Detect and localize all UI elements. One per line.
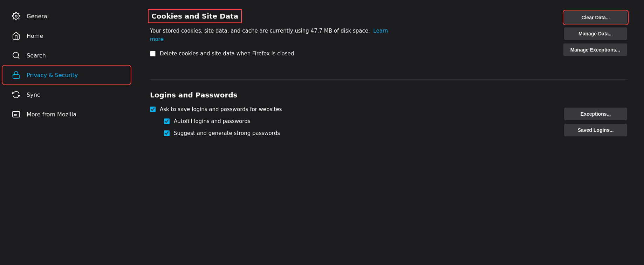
clear-data-button[interactable]: Clear Data... xyxy=(564,11,627,24)
sidebar-item-sync[interactable]: Sync xyxy=(3,86,130,104)
gear-icon xyxy=(11,11,21,21)
manage-data-button[interactable]: Manage Data... xyxy=(564,27,627,40)
main-content: Cookies and Site Data Your stored cookie… xyxy=(133,0,644,265)
sync-icon xyxy=(11,90,21,100)
cookies-section: Cookies and Site Data Your stored cookie… xyxy=(150,11,627,62)
cookies-description-text: Your stored cookies, site data, and cach… xyxy=(150,28,370,34)
sidebar: General Home Search Privacy & Se xyxy=(0,0,133,265)
home-icon xyxy=(11,31,21,41)
section-divider xyxy=(150,79,627,80)
exceptions-button[interactable]: Exceptions... xyxy=(564,108,627,120)
sidebar-item-privacy-security-label: Privacy & Security xyxy=(27,72,78,79)
sidebar-item-privacy-security[interactable]: Privacy & Security xyxy=(3,66,130,84)
svg-line-2 xyxy=(18,57,19,59)
cookies-description: Your stored cookies, site data, and cach… xyxy=(150,27,395,43)
svg-point-1 xyxy=(13,52,19,58)
suggest-label: Suggest and generate strong passwords xyxy=(174,130,280,136)
cookies-section-row: Cookies and Site Data Your stored cookie… xyxy=(150,11,627,62)
autofill-label: Autofill logins and passwords xyxy=(174,118,251,124)
sidebar-item-search-label: Search xyxy=(27,52,46,59)
suggest-row: Suggest and generate strong passwords xyxy=(164,130,546,136)
sidebar-item-general-label: General xyxy=(27,13,49,20)
svg-rect-3 xyxy=(13,75,19,79)
logins-section-row: Logins and Passwords Ask to save logins … xyxy=(150,91,627,142)
lock-icon xyxy=(11,70,21,80)
cookies-buttons: Clear Data... Manage Data... Manage Exce… xyxy=(557,11,627,56)
sidebar-item-sync-label: Sync xyxy=(27,91,40,98)
sidebar-item-home[interactable]: Home xyxy=(3,27,130,45)
autofill-checkbox[interactable] xyxy=(164,118,170,124)
ask-save-row: Ask to save logins and passwords for web… xyxy=(150,106,546,113)
ask-save-label: Ask to save logins and passwords for web… xyxy=(160,106,282,113)
logins-section: Logins and Passwords Ask to save logins … xyxy=(150,91,627,142)
autofill-row: Autofill logins and passwords xyxy=(164,118,546,124)
suggest-checkbox[interactable] xyxy=(164,130,170,136)
saved-logins-button[interactable]: Saved Logins... xyxy=(564,124,627,136)
search-icon xyxy=(11,50,21,60)
sidebar-item-general[interactable]: General xyxy=(3,7,130,25)
svg-point-0 xyxy=(15,15,17,17)
delete-cookies-row: Delete cookies and site data when Firefo… xyxy=(150,50,546,57)
logins-content: Logins and Passwords Ask to save logins … xyxy=(150,91,546,142)
sidebar-item-mozilla-label: More from Mozilla xyxy=(27,111,76,118)
manage-exceptions-button[interactable]: Manage Exceptions... xyxy=(563,43,627,56)
delete-cookies-label: Delete cookies and site data when Firefo… xyxy=(160,50,294,57)
delete-cookies-checkbox[interactable] xyxy=(150,51,156,56)
sidebar-item-search[interactable]: Search xyxy=(3,46,130,64)
sidebar-item-home-label: Home xyxy=(27,33,43,39)
logins-section-title: Logins and Passwords xyxy=(150,91,546,99)
cookies-content: Cookies and Site Data Your stored cookie… xyxy=(150,11,546,62)
mozilla-icon: m xyxy=(11,109,21,119)
sidebar-item-mozilla[interactable]: m More from Mozilla xyxy=(3,105,130,123)
ask-save-checkbox[interactable] xyxy=(150,107,156,112)
logins-buttons: Exceptions... Saved Logins... xyxy=(557,108,627,136)
cookies-section-title: Cookies and Site Data xyxy=(150,11,240,21)
svg-text:m: m xyxy=(14,113,17,116)
